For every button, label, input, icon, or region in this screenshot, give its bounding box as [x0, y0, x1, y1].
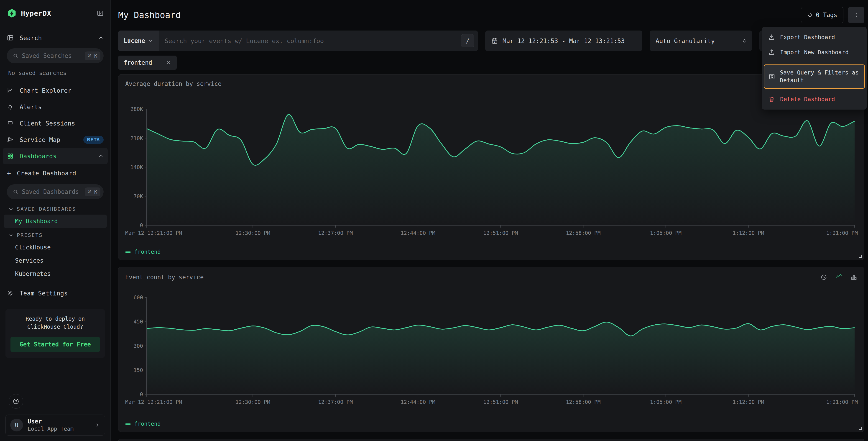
saved-dashboards-input[interactable]: Saved Dashboards ⌘ K	[7, 184, 103, 199]
area-chart-icon	[835, 273, 842, 280]
svg-text:12:51:00 PM: 12:51:00 PM	[483, 230, 518, 236]
chip-close-icon[interactable]	[166, 60, 171, 65]
help-button[interactable]	[9, 394, 23, 409]
chart-legend[interactable]: frontend	[118, 419, 864, 432]
sidebar-item-search[interactable]: Search	[0, 30, 111, 46]
date-range-picker[interactable]: 1 Mar 12 12:21:53 - Mar 12 13:21:53	[485, 31, 642, 51]
sidebar-item-chart-explorer[interactable]: Chart Explorer	[0, 82, 111, 99]
header-row: My Dashboard 0 Tags	[118, 6, 864, 24]
menu-item-export-dashboard[interactable]: Export Dashboard	[762, 30, 867, 45]
legend-label: frontend	[134, 421, 161, 427]
download-icon	[768, 34, 775, 40]
svg-text:1:12:00 PM: 1:12:00 PM	[733, 399, 764, 405]
question-circle-icon	[12, 398, 19, 405]
tags-button[interactable]: 0 Tags	[801, 7, 843, 23]
chart-title: Event count by service	[125, 274, 820, 281]
promo-text: Ready to deploy on ClickHouse Cloud?	[10, 315, 100, 331]
slash-shortcut-key: /	[461, 34, 474, 48]
page-title: My Dashboard	[118, 10, 801, 20]
menu-item-import-dashboard[interactable]: Import New Dashboard	[762, 45, 867, 60]
bell-icon	[7, 104, 14, 110]
svg-text:210K: 210K	[130, 135, 143, 141]
gear-icon	[7, 290, 14, 297]
chevron-down-icon	[8, 233, 14, 238]
sidebar-item-dashboards[interactable]: Dashboards	[3, 148, 108, 164]
chart-panel-avg-duration: Average duration by service 280K210K140K…	[118, 74, 864, 260]
calendar-icon: 1	[491, 37, 498, 44]
menu-item-save-default[interactable]: Save Query & Filters as Default	[764, 64, 865, 89]
create-dashboard-button[interactable]: + Create Dashboard	[0, 164, 111, 182]
svg-text:Mar 12 12:21:00 PM: Mar 12 12:21:00 PM	[125, 399, 182, 405]
no-saved-searches-text: No saved searches	[0, 66, 111, 82]
date-range-label: Mar 12 12:21:53 - Mar 12 13:21:53	[502, 37, 625, 45]
chevron-right-icon	[95, 422, 100, 428]
svg-text:Mar 12 12:21:00 PM: Mar 12 12:21:00 PM	[125, 230, 182, 236]
granularity-select[interactable]: Auto Granularity	[650, 31, 752, 51]
panel-resize-handle[interactable]	[859, 255, 862, 258]
kebab-icon	[854, 12, 859, 18]
svg-text:12:44:00 PM: 12:44:00 PM	[401, 230, 435, 236]
sidebar-item-label: Service Map	[20, 136, 78, 143]
line-chart-event-count[interactable]: 6004503001500Mar 12 12:21:00 PM12:30:00 …	[124, 283, 859, 407]
legend-swatch	[125, 423, 131, 424]
section-saved-dashboards[interactable]: SAVED DASHBOARDS	[0, 202, 111, 214]
svg-text:140K: 140K	[130, 164, 143, 170]
chevron-up-icon	[98, 153, 103, 159]
sidebar-item-my-dashboard[interactable]: My Dashboard	[4, 214, 107, 228]
svg-text:12:37:00 PM: 12:37:00 PM	[318, 399, 353, 405]
section-label: PRESETS	[17, 232, 43, 238]
section-presets[interactable]: PRESETS	[0, 228, 111, 241]
bar-chart-toggle-button[interactable]	[850, 274, 857, 281]
svg-text:300: 300	[133, 343, 143, 349]
svg-text:1: 1	[494, 40, 495, 43]
saved-searches-placeholder: Saved Searches	[22, 52, 81, 59]
menu-item-label: Delete Dashboard	[780, 96, 835, 102]
shortcut-badge: ⌘ K	[85, 187, 100, 196]
chart-panel-event-count: Event count by service 6004503001500Mar …	[118, 267, 864, 432]
svg-text:280K: 280K	[130, 106, 143, 112]
sidebar-item-label: Chart Explorer	[20, 87, 103, 94]
menu-item-delete-dashboard[interactable]: Delete Dashboard	[762, 92, 867, 107]
sidebar-item-team-settings[interactable]: Team Settings	[0, 285, 111, 301]
service-map-icon	[7, 136, 14, 143]
user-menu[interactable]: U User Local App Team	[5, 415, 105, 436]
sidebar: HyperDX Search Saved Searches ⌘ K No sav…	[0, 0, 111, 441]
sidebar-collapse-button[interactable]	[97, 10, 103, 17]
preset-label: Services	[15, 257, 43, 264]
get-started-button[interactable]: Get Started for Free	[10, 337, 100, 352]
search-icon	[13, 53, 18, 59]
preset-item-services[interactable]: Services	[0, 254, 111, 267]
menu-item-label: Import New Dashboard	[780, 49, 849, 56]
panel-resize-handle[interactable]	[859, 427, 862, 430]
user-meta: User Local App Team	[28, 418, 90, 432]
line-chart-toggle-button[interactable]	[835, 273, 843, 281]
create-dashboard-label: Create Dashboard	[17, 170, 103, 177]
saved-searches-input[interactable]: Saved Searches ⌘ K	[7, 48, 103, 63]
chevron-down-icon	[8, 206, 14, 212]
active-filters-row: frontend	[118, 56, 864, 70]
chart-explorer-icon	[7, 87, 14, 94]
preset-item-kubernetes[interactable]: Kubernetes	[0, 267, 111, 281]
query-language-select[interactable]: Lucene	[118, 31, 159, 51]
legend-swatch	[125, 252, 131, 253]
sidebar-item-service-map[interactable]: Service Map BETA	[0, 131, 111, 148]
event-searchbar[interactable]: Lucene Search your events w/ Lucene ex. …	[118, 31, 478, 51]
dashboard-menu-button[interactable]	[848, 7, 864, 23]
svg-text:1:12:00 PM: 1:12:00 PM	[733, 230, 764, 236]
app-name: HyperDX	[21, 9, 93, 17]
filter-chip-frontend[interactable]: frontend	[118, 56, 177, 70]
sidebar-item-alerts[interactable]: Alerts	[0, 99, 111, 115]
close-icon	[166, 60, 171, 65]
dashboard-actions-menu: Export Dashboard Import New Dashboard Sa…	[762, 27, 867, 110]
event-search-input[interactable]: Search your events w/ Lucene ex. column:…	[159, 37, 461, 45]
time-range-icon-button[interactable]	[820, 274, 827, 281]
sidebar-item-client-sessions[interactable]: Client Sessions	[0, 115, 111, 131]
chart-legend[interactable]: frontend	[118, 247, 864, 260]
svg-text:1:21:00 PM: 1:21:00 PM	[826, 230, 858, 236]
upload-icon	[768, 49, 775, 56]
laptop-icon	[7, 120, 14, 127]
line-chart-avg-duration[interactable]: 280K210K140K70K0Mar 12 12:21:00 PM12:30:…	[124, 89, 859, 238]
sidebar-item-label: Search	[20, 34, 92, 41]
preset-item-clickhouse[interactable]: ClickHouse	[0, 241, 111, 254]
chip-label: frontend	[124, 59, 152, 66]
